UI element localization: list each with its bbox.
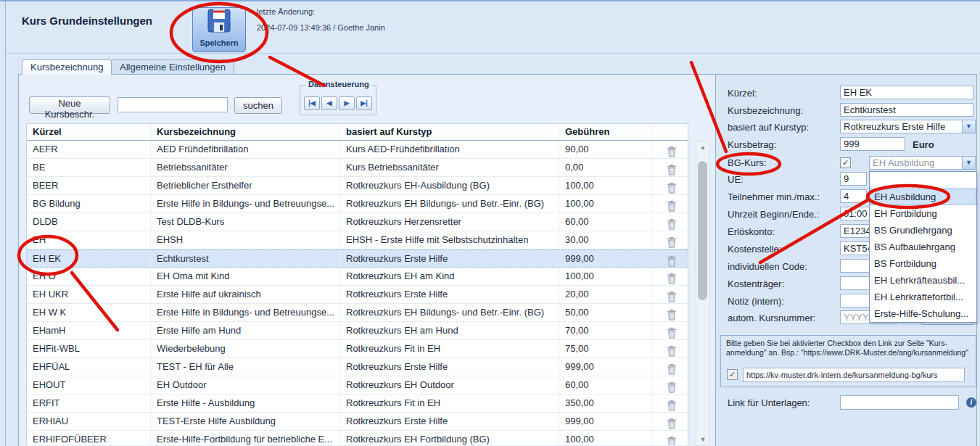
cell-kursbezeichnung: Erste Hilfe in Bildungs- und Betreuungse… (151, 304, 340, 321)
new-course-button[interactable]: Neue Kursbeschr. (29, 96, 110, 114)
cell-kuerzel: BEER (27, 177, 151, 194)
cell-kursbezeichnung: TEST - EH für Alle (151, 358, 340, 376)
column-header-gebuehren[interactable]: Gebühren (559, 124, 651, 140)
kursbetrag-field[interactable] (840, 137, 905, 151)
trash-icon[interactable] (667, 236, 677, 248)
table-row[interactable]: ERFITErste Hilfe - AusbildungRotkreuzkur… (27, 395, 688, 413)
cell-delete (651, 376, 686, 394)
cell-kurstyp: Rotkreuzkurs EH am Kind (340, 268, 559, 285)
cell-kuerzel: EH W K (27, 304, 151, 321)
table-row[interactable]: EH EKEchtkurstestRotkreuzkurs Erste Hilf… (27, 249, 688, 268)
link-unterlagen-field[interactable] (840, 395, 959, 410)
teilnehmer-min-field[interactable] (840, 189, 867, 203)
search-button[interactable]: suchen (234, 97, 282, 114)
trash-icon[interactable] (667, 146, 677, 157)
table-row[interactable]: BG BildungErste Hilfe in Bildungs- und B… (27, 195, 688, 213)
kuerzel-field[interactable] (840, 86, 973, 99)
registration-link-field[interactable] (743, 368, 965, 382)
save-button[interactable]: Speichern (192, 7, 246, 52)
bg-kurs-select[interactable]: EH Ausbildung ▼ (869, 156, 976, 170)
trash-icon[interactable] (667, 381, 677, 393)
trash-icon[interactable] (667, 164, 677, 175)
cell-gebuehren: 350,00 (559, 395, 651, 412)
table-row[interactable]: EHFit-WBLWiederbelebungRotkreuzkurs Fit … (27, 340, 688, 358)
trash-icon[interactable] (667, 200, 677, 212)
cell-kurstyp: Rotkreuzkurs EH am Hund (340, 322, 559, 339)
nav-next-button[interactable]: ▶ (339, 96, 355, 110)
cell-kuerzel: EHOUT (27, 376, 151, 394)
table-row[interactable]: DLDBTest DLDB-KursRotkreuzkurs Herzensre… (27, 213, 688, 231)
tab-kursbezeichnung[interactable]: Kursbezeichnung (22, 59, 112, 75)
table-row[interactable]: EH OEH Oma mit KindRotkreuzkurs EH am Ki… (27, 268, 688, 286)
dropdown-option[interactable]: EH Ausbildung (870, 189, 976, 205)
scroll-up-arrow[interactable]: ▲ (696, 141, 709, 153)
table-row[interactable]: EHFÜALTEST - EH für AlleRotkreuzkurs Ers… (27, 358, 688, 376)
trash-icon[interactable] (667, 400, 677, 411)
cell-delete (651, 358, 686, 376)
cell-kuerzel: ERFIT (27, 395, 151, 412)
cell-kursbezeichnung: Erste Hilfe auf ukrainisch (151, 286, 340, 303)
ue-field[interactable] (840, 172, 867, 186)
dropdown-option[interactable]: BS Grundlehrgang (870, 222, 976, 239)
bg-kurs-checkbox[interactable]: ✓ (840, 157, 851, 168)
trash-icon[interactable] (667, 345, 677, 357)
table-row[interactable]: EHamHErste Hilfe am HundRotkreuzkurs EH … (27, 322, 688, 340)
trash-icon[interactable] (667, 273, 677, 284)
trash-icon[interactable] (667, 327, 677, 339)
cell-delete (651, 231, 686, 249)
registration-link-checkbox[interactable]: ✓ (727, 369, 738, 380)
dropdown-option[interactable]: EH Fortbildung (870, 205, 976, 222)
scrollbar-thumb[interactable] (698, 161, 707, 300)
app-window: Kurs Grundeinstellungen Speichern letzte… (0, 0, 980, 446)
table-row[interactable]: EHOUTEH OutdoorRotkreuzkurs EH Outdoor60… (27, 376, 688, 395)
table-row[interactable]: EH UKRErste Hilfe auf ukrainischRotkreuz… (27, 286, 688, 304)
cell-kurstyp: Rotkreuzkurs Fit in EH (340, 340, 559, 358)
cell-kuerzel: EH UKR (27, 286, 151, 303)
cell-gebuehren: 20,00 (559, 286, 651, 303)
table-row[interactable]: AEFRAED FrühdefibrillationKurs AED-Frühd… (27, 141, 688, 159)
dropdown-option[interactable]: BS Aufbaulehrgang (870, 239, 976, 255)
info-icon[interactable]: i (966, 397, 976, 408)
trash-icon[interactable] (667, 418, 677, 429)
kursbezeichnung-field[interactable] (840, 103, 973, 117)
nav-prev-button[interactable]: ◀ (321, 96, 337, 110)
kurstyp-select[interactable]: Rotkreuzkurs Erste Hilfe ▼ (840, 120, 976, 133)
trash-icon[interactable] (667, 363, 677, 375)
nav-last-button[interactable]: ▶| (356, 96, 372, 110)
cell-kursbezeichnung: AED Frühdefibrillation (151, 141, 340, 158)
dropdown-option[interactable]: BS Fortbildung (870, 255, 976, 272)
dropdown-option[interactable]: EH Lehrkräfteausbil... (870, 272, 976, 289)
table-row[interactable]: BEBetriebssanitäterKurs Betriebssanitäte… (27, 159, 688, 177)
column-header-kurstyp[interactable]: basiert auf Kurstyp (340, 124, 559, 140)
trash-icon[interactable] (667, 436, 677, 445)
cell-delete (651, 286, 686, 303)
trash-icon[interactable] (667, 291, 677, 302)
course-table: Kürzel Kursbezeichnung basiert auf Kurst… (26, 123, 688, 445)
search-input[interactable] (118, 97, 228, 112)
table-row[interactable]: BEERBetrieblicher ErsthelferRotkreuzkurs… (27, 177, 688, 195)
table-row[interactable]: ERHIFOFÜBEERErste-Hilfe-Fortbildung für … (27, 431, 688, 445)
column-header-kursbezeichnung[interactable]: Kursbezeichnung (151, 124, 340, 140)
dropdown-option-blank[interactable] (870, 172, 976, 189)
table-row[interactable]: EH W KErste Hilfe in Bildungs- und Betre… (27, 304, 688, 322)
table-row[interactable]: EHEHSHEHSH - Erste Hilfe mit Selbstschut… (27, 231, 688, 249)
table-scrollbar[interactable]: ▲ ▼ (696, 141, 710, 446)
cell-gebuehren: 75,00 (559, 340, 651, 358)
trash-icon[interactable] (667, 182, 677, 194)
cell-kursbezeichnung: Echtkurstest (151, 250, 340, 267)
cell-delete (651, 431, 686, 445)
trash-icon[interactable] (667, 218, 677, 230)
scroll-down-arrow[interactable]: ▼ (696, 434, 709, 445)
cell-delete (651, 213, 686, 231)
dropdown-option[interactable]: Erste-Hilfe-Schulung... (870, 305, 976, 322)
cell-delete (651, 340, 686, 358)
dropdown-option[interactable]: EH Lehrkräftefortbil... (870, 289, 976, 305)
column-header-kuerzel[interactable]: Kürzel (27, 124, 151, 140)
cell-kuerzel: EH O (27, 268, 151, 285)
tab-allgemeine-einstellungen[interactable]: Allgemeine Einstellungen (111, 59, 234, 75)
trash-icon[interactable] (667, 255, 677, 267)
nav-first-button[interactable]: |◀ (304, 96, 320, 110)
table-row[interactable]: ERHIAUTEST-Erste Hilfe AusbildungRotkreu… (27, 413, 688, 431)
trash-icon[interactable] (667, 309, 677, 321)
cell-kuerzel: BG Bildung (27, 195, 151, 212)
